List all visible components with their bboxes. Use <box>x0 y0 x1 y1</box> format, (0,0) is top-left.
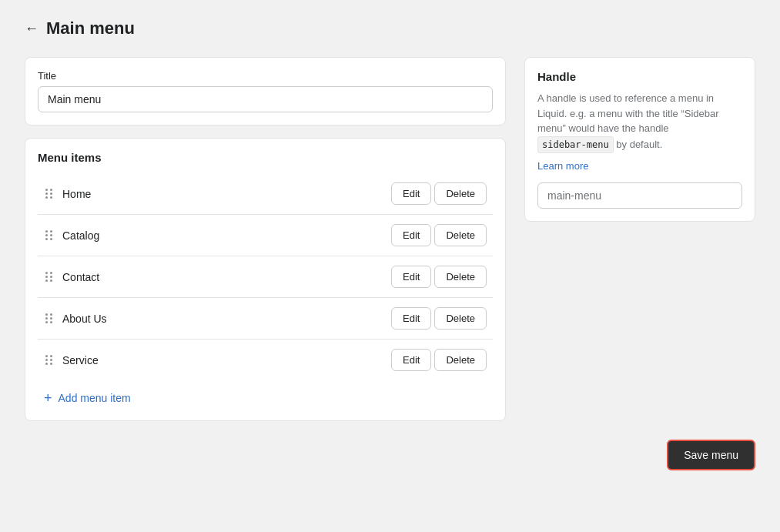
back-button[interactable]: ← <box>25 21 38 37</box>
learn-more-link[interactable]: Learn more <box>537 160 588 172</box>
delete-button[interactable]: Delete <box>434 349 487 371</box>
right-column: Handle A handle is used to reference a m… <box>524 57 755 222</box>
item-actions: Edit Delete <box>391 182 487 205</box>
item-actions: Edit Delete <box>391 307 487 330</box>
delete-button[interactable]: Delete <box>434 224 487 246</box>
delete-button[interactable]: Delete <box>434 307 487 330</box>
menu-item-name: Home <box>62 188 383 200</box>
edit-button[interactable]: Edit <box>391 224 431 246</box>
item-actions: Edit Delete <box>391 266 487 288</box>
drag-handle-icon[interactable] <box>44 270 55 283</box>
drag-handle-icon[interactable] <box>44 353 55 366</box>
table-row: About Us Edit Delete <box>38 298 493 340</box>
edit-button[interactable]: Edit <box>391 182 431 205</box>
item-actions: Edit Delete <box>391 349 487 371</box>
edit-button[interactable]: Edit <box>391 266 431 288</box>
table-row: Contact Edit Delete <box>38 256 493 298</box>
add-item-row: + Add menu item <box>38 380 493 408</box>
handle-code-inline: sidebar-menu <box>537 136 614 153</box>
menu-items-title: Menu items <box>38 151 493 164</box>
save-area: Save menu <box>25 440 755 470</box>
page-title: Main menu <box>46 18 135 38</box>
drag-handle-icon[interactable] <box>44 229 55 242</box>
handle-desc-part1: A handle is used to reference a menu in … <box>537 92 719 134</box>
menu-item-name: Contact <box>62 271 383 283</box>
title-card: Title <box>25 57 506 125</box>
handle-desc-part2: by default. <box>614 139 663 150</box>
title-input[interactable] <box>38 86 493 112</box>
table-row: Service Edit Delete <box>38 340 493 380</box>
add-icon: + <box>44 391 52 405</box>
handle-description: A handle is used to reference a menu in … <box>537 91 742 153</box>
page-header: ← Main menu <box>25 18 755 38</box>
edit-button[interactable]: Edit <box>391 307 431 330</box>
add-menu-item-link[interactable]: Add menu item <box>59 392 131 404</box>
handle-card: Handle A handle is used to reference a m… <box>524 57 755 222</box>
item-actions: Edit Delete <box>391 224 487 246</box>
delete-button[interactable]: Delete <box>434 182 487 205</box>
menu-item-name: About Us <box>62 313 383 325</box>
left-column: Title Menu items Home Edit Delete <box>25 57 506 421</box>
main-content: Title Menu items Home Edit Delete <box>25 57 755 421</box>
drag-handle-icon[interactable] <box>44 187 55 200</box>
delete-button[interactable]: Delete <box>434 266 487 288</box>
table-row: Home Edit Delete <box>38 173 493 215</box>
handle-input[interactable] <box>537 182 742 209</box>
save-menu-button[interactable]: Save menu <box>667 440 755 470</box>
handle-title: Handle <box>537 70 742 83</box>
menu-item-name: Catalog <box>62 229 383 242</box>
menu-items-list: Home Edit Delete Catalog Edit Delete <box>38 173 493 380</box>
edit-button[interactable]: Edit <box>391 349 431 371</box>
title-field-label: Title <box>38 70 493 82</box>
table-row: Catalog Edit Delete <box>38 215 493 256</box>
drag-handle-icon[interactable] <box>44 312 55 325</box>
menu-item-name: Service <box>62 354 383 366</box>
menu-items-card: Menu items Home Edit Delete <box>25 138 506 421</box>
